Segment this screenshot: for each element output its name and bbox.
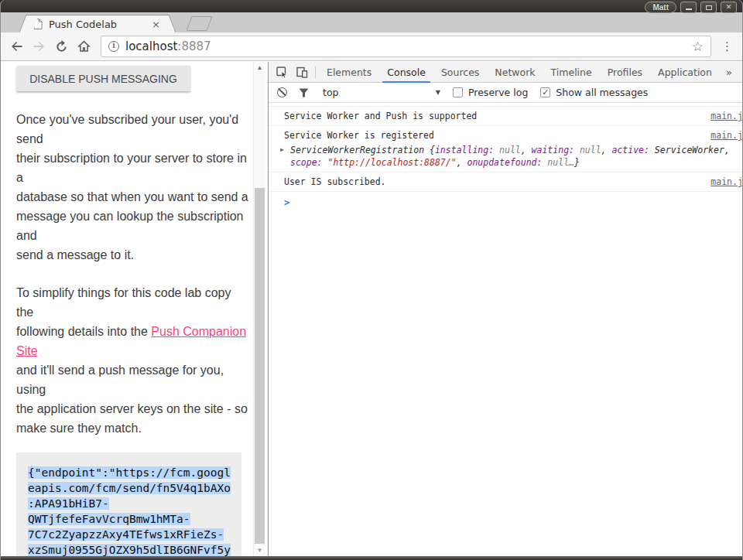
window-titlebar: Matt ✕	[1, 0, 742, 12]
devtools-toolbar: Elements Console Sources Network Timelin…	[269, 62, 743, 83]
preserve-log-group: Preserve log	[453, 87, 528, 98]
execution-context-selector[interactable]: top ▼	[323, 87, 440, 98]
preview-sep: ,	[724, 145, 730, 155]
subscription-json-selected-text: {"endpoint":"https://fcm.googleapis.com/…	[28, 466, 231, 556]
paragraph-companion: To simplify things for this code lab cop…	[16, 283, 249, 438]
clear-console-icon[interactable]	[277, 87, 287, 97]
console-message-text: User IS subscribed.	[284, 176, 701, 188]
context-label: top	[323, 87, 338, 98]
url-host: localhost	[125, 39, 177, 53]
preview-value: null	[494, 145, 521, 155]
device-toolbar-button[interactable]	[292, 62, 312, 82]
url-port: :8887	[177, 39, 211, 53]
page-scrollbar[interactable]: ▲ ▼	[253, 62, 265, 556]
paragraph-companion-line1: To simplify things for this code lab cop…	[16, 286, 231, 319]
profile-button[interactable]: Matt	[645, 2, 676, 13]
tab-console[interactable]: Console	[379, 62, 433, 82]
scrollbar-thumb[interactable]	[255, 188, 265, 544]
page-info-icon[interactable]: i	[108, 41, 119, 52]
show-all-messages-label: Show all messages	[556, 87, 648, 98]
back-arrow-icon	[10, 40, 23, 53]
back-button[interactable]	[5, 36, 28, 58]
preserve-log-checkbox[interactable]	[453, 87, 463, 97]
url-bar[interactable]: i localhost:8887 ☆	[101, 36, 711, 57]
console-message-row: Service Worker is registered main.js:132…	[269, 126, 743, 172]
tab-title: Push Codelab	[49, 19, 149, 30]
inspect-element-button[interactable]	[272, 62, 292, 82]
browser-menu-icon[interactable]: ⋮	[717, 39, 738, 53]
tab-elements[interactable]: Elements	[319, 62, 379, 82]
console-toolbar: top ▼ Preserve log ✓ Show all messages	[269, 83, 743, 103]
toolbar-separator	[315, 67, 316, 78]
preview-sep: ,	[521, 145, 532, 155]
chevron-down-icon: ▼	[436, 89, 440, 96]
show-all-messages-checkbox[interactable]: ✓	[540, 87, 550, 97]
preview-class: ServiceWorkerRegistration {	[290, 145, 435, 155]
minimize-icon	[686, 9, 692, 10]
tab-network[interactable]: Network	[487, 62, 543, 82]
new-tab-button[interactable]	[187, 16, 213, 31]
tab-strip: Push Codelab ×	[1, 12, 742, 32]
preview-string-value: "http://localhost:8887/"	[323, 157, 457, 168]
console-prompt[interactable]: >	[269, 192, 743, 210]
reload-button[interactable]	[50, 36, 73, 58]
show-all-messages-group: ✓ Show all messages	[540, 87, 648, 98]
filter-button[interactable]	[299, 88, 309, 97]
home-button[interactable]	[73, 36, 95, 58]
browser-window: Matt ✕ Push Codelab ×	[0, 0, 743, 560]
preview-key: active:	[611, 145, 649, 155]
window-minimize-button[interactable]	[680, 2, 697, 13]
disable-push-button[interactable]: DISABLE PUSH MESSAGING	[16, 66, 190, 91]
preview-value: null…	[542, 157, 574, 168]
console-message-row: User IS subscribed. main.js:118	[269, 172, 743, 192]
preview-close: }	[574, 157, 580, 168]
forward-arrow-icon	[33, 40, 46, 53]
tab-close-icon[interactable]: ×	[149, 19, 163, 29]
page-favicon-icon	[33, 19, 43, 29]
paragraph-subscription: Once you've subscribed your user, you'd …	[16, 110, 249, 265]
content-area: DISABLE PUSH MESSAGING Once you've subsc…	[1, 62, 742, 556]
preview-key: onupdatefound:	[467, 157, 543, 168]
devtools-menu-icon[interactable]: ⋮	[738, 66, 743, 78]
preview-value: null	[574, 145, 601, 155]
source-link[interactable]: main.js:128	[710, 110, 743, 122]
console-output: Service Worker and Push is supported mai…	[269, 103, 743, 556]
browser-toolbar: i localhost:8887 ☆ ⋮	[1, 32, 742, 61]
object-preview[interactable]: ▶ServiceWorkerRegistration {installing: …	[290, 144, 743, 169]
bookmark-star-icon[interactable]: ☆	[692, 40, 704, 53]
tab-push-codelab[interactable]: Push Codelab ×	[29, 15, 166, 32]
forward-button[interactable]	[28, 36, 50, 58]
expand-triangle-icon[interactable]: ▶	[280, 145, 284, 154]
console-message-row: Service Worker and Push is supported mai…	[269, 106, 743, 126]
scroll-down-icon[interactable]: ▼	[254, 547, 265, 554]
inspect-cursor-icon	[276, 67, 288, 78]
scroll-up-icon[interactable]: ▲	[254, 64, 265, 71]
paragraph-companion-line2-prefix: following details into the	[16, 325, 151, 338]
tab-application[interactable]: Application	[650, 62, 720, 82]
tab-timeline[interactable]: Timeline	[543, 62, 600, 82]
preview-sep: ,	[601, 145, 612, 155]
tab-profiles[interactable]: Profiles	[600, 62, 650, 82]
paragraph-companion-rest: and it'll send a push message for you, u…	[16, 364, 248, 435]
home-icon	[77, 40, 91, 53]
tab-sources[interactable]: Sources	[433, 62, 487, 82]
device-icon	[296, 67, 308, 78]
preserve-log-label: Preserve log	[468, 87, 528, 98]
subscription-code-block[interactable]: {"endpoint":"https://fcm.googleapis.com/…	[16, 452, 241, 556]
maximize-icon	[706, 5, 712, 10]
source-link[interactable]: main.js:118	[710, 176, 743, 188]
preview-key: waiting:	[532, 145, 574, 155]
more-tabs-icon[interactable]: »	[720, 67, 738, 78]
web-page-pane: DISABLE PUSH MESSAGING Once you've subsc…	[1, 62, 268, 556]
filter-funnel-icon	[299, 88, 309, 97]
source-link[interactable]: main.js:132	[710, 129, 743, 142]
devtools-pane: Elements Console Sources Network Timelin…	[268, 62, 743, 556]
url-text: localhost:8887	[125, 39, 211, 53]
preview-key: installing:	[435, 145, 494, 155]
window-close-button[interactable]: ✕	[721, 2, 737, 13]
window-maximize-button[interactable]	[700, 2, 717, 13]
preview-key: scope:	[290, 157, 323, 168]
close-icon: ✕	[726, 4, 732, 11]
window-bottom-border	[1, 556, 742, 560]
reload-icon	[55, 40, 68, 53]
